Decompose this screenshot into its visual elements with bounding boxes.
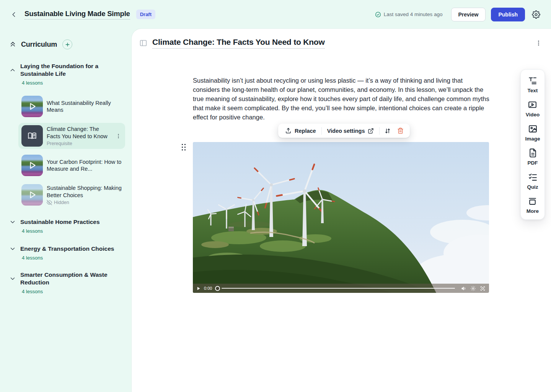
play-icon — [27, 101, 37, 111]
kebab-menu-icon — [535, 40, 542, 46]
collapse-all-button[interactable] — [9, 41, 16, 48]
chevron-up-icon — [9, 67, 16, 74]
curriculum-title: Curriculum — [21, 41, 57, 49]
course-title[interactable]: Sustainable Living Made Simple — [24, 10, 130, 20]
gear-icon — [470, 286, 476, 291]
last-saved-status: Last saved 4 minutes ago — [375, 11, 443, 18]
sidebar-toggle-button[interactable] — [139, 38, 148, 48]
curriculum-header: Curriculum — [9, 39, 126, 49]
section-header[interactable]: Energy & Transportation Choices — [9, 245, 126, 253]
reading-lesson-tile — [21, 125, 43, 147]
publish-button[interactable]: Publish — [491, 8, 525, 21]
section-header[interactable]: Smarter Consumption & Waste Reduction — [9, 271, 126, 286]
lesson-prerequisite-label: Prerequisite — [47, 141, 111, 146]
section-title: Smarter Consumption & Waste Reduction — [20, 271, 116, 286]
quiz-checklist-icon — [528, 172, 538, 182]
section-title: Laying the Foundation for a Sustainable … — [20, 62, 116, 78]
lesson-item-hidden[interactable]: Sustainable Shopping: Making Better Choi… — [18, 182, 125, 208]
play-button[interactable] — [196, 286, 201, 291]
lesson-list: What Sustainability Really Means Climate… — [18, 93, 126, 208]
preview-button[interactable]: Preview — [451, 8, 486, 21]
section-lesson-count: 4 lessons — [22, 228, 126, 234]
plus-icon — [65, 42, 70, 47]
curriculum-section: Laying the Foundation for a Sustainable … — [9, 62, 126, 208]
last-saved-text: Last saved 4 minutes ago — [384, 11, 443, 17]
video-player[interactable]: 0:00 — [193, 142, 489, 293]
lesson-hidden-label: Hidden — [54, 200, 69, 205]
add-section-button[interactable] — [62, 39, 72, 49]
insert-quiz-button[interactable]: Quiz — [527, 172, 538, 190]
player-settings-button[interactable] — [470, 285, 476, 292]
topbar: Sustainable Living Made Simple Draft Las… — [0, 0, 551, 29]
tool-label: Text — [528, 88, 538, 93]
curriculum-sidebar: Curriculum Laying the Foundation for a S… — [0, 29, 132, 392]
insert-image-button[interactable]: Image — [525, 124, 540, 142]
lesson-editor: Climate Change: The Facts You Need to Kn… — [132, 29, 551, 392]
chevron-left-icon — [11, 11, 18, 18]
chevrons-up-icon — [9, 41, 16, 48]
archive-box-icon — [528, 196, 537, 206]
lesson-title: Your Carbon Footprint: How to Measure an… — [47, 158, 122, 173]
tool-label: Quiz — [527, 184, 538, 190]
scrubber-handle[interactable] — [215, 286, 220, 291]
insert-pdf-button[interactable]: PDF — [528, 148, 538, 166]
lesson-item-selected[interactable]: Climate Change: The Facts You Need to Kn… — [18, 123, 125, 149]
status-badge: Draft — [136, 10, 155, 19]
chevron-down-icon — [9, 219, 16, 225]
fullscreen-button[interactable] — [479, 285, 486, 292]
text-icon — [528, 76, 537, 85]
video-settings-label: Video settings — [327, 128, 365, 134]
sort-arrows-icon — [384, 127, 391, 134]
section-lesson-count: 4 lessons — [22, 289, 126, 294]
lesson-header: Climate Change: The Facts You Need to Kn… — [139, 38, 543, 49]
chevron-down-icon — [9, 245, 16, 252]
eye-off-icon — [47, 200, 52, 205]
section-title: Sustainable Home Practices — [20, 218, 100, 226]
image-icon — [528, 124, 538, 134]
insert-text-button[interactable]: Text — [528, 76, 538, 93]
insert-more-button[interactable]: More — [527, 196, 539, 214]
check-circle-icon — [375, 11, 381, 18]
delete-block-button[interactable] — [394, 125, 407, 136]
tool-label: Image — [525, 136, 540, 142]
progress-track[interactable] — [222, 288, 455, 289]
lesson-title: What Sustainability Really Means — [47, 100, 122, 114]
back-button[interactable] — [9, 10, 19, 20]
video-thumbnail — [21, 96, 43, 117]
upload-icon — [285, 127, 292, 134]
lesson-options-button[interactable] — [535, 38, 543, 48]
lesson-menu-button[interactable] — [115, 132, 122, 140]
replace-label: Replace — [295, 128, 316, 134]
video-icon — [528, 100, 537, 109]
lesson-item[interactable]: What Sustainability Really Means — [18, 93, 125, 119]
course-editor-app: Sustainable Living Made Simple Draft Las… — [0, 0, 551, 392]
video-settings-button[interactable]: Video settings — [323, 126, 378, 136]
toolbar-divider — [321, 127, 322, 135]
block-drag-handle[interactable] — [182, 144, 186, 151]
section-title: Energy & Transportation Choices — [20, 245, 114, 253]
curriculum-section: Sustainable Home Practices 4 lessons — [9, 218, 126, 235]
external-link-icon — [368, 128, 374, 134]
lesson-title: Climate Change: The Facts You Need to Kn… — [47, 126, 111, 140]
tool-label: Video — [526, 112, 540, 118]
tool-label: PDF — [528, 160, 538, 166]
lesson-text-block[interactable]: Sustainability isn’t just about recyclin… — [193, 76, 490, 122]
video-block-toolbar: Replace Video settings — [278, 124, 410, 138]
settings-button[interactable] — [530, 9, 542, 20]
insert-video-button[interactable]: Video — [526, 100, 540, 118]
play-icon — [27, 160, 37, 170]
lesson-title: Sustainable Shopping: Making Better Choi… — [47, 185, 122, 199]
insert-block-panel: Text Video Image PDF Quiz More — [520, 69, 545, 220]
section-header[interactable]: Sustainable Home Practices — [9, 218, 126, 226]
lesson-page-title[interactable]: Climate Change: The Facts You Need to Kn… — [152, 38, 325, 49]
open-book-icon — [27, 131, 37, 141]
play-icon — [196, 286, 201, 291]
volume-button[interactable] — [460, 285, 467, 292]
section-header[interactable]: Laying the Foundation for a Sustainable … — [9, 62, 126, 78]
kebab-menu-icon — [116, 133, 121, 139]
lesson-item[interactable]: Your Carbon Footprint: How to Measure an… — [18, 152, 125, 178]
move-block-button[interactable] — [381, 125, 394, 137]
replace-video-button[interactable]: Replace — [281, 125, 320, 136]
video-thumbnail — [21, 184, 43, 206]
video-frame-windfarm — [193, 142, 489, 293]
